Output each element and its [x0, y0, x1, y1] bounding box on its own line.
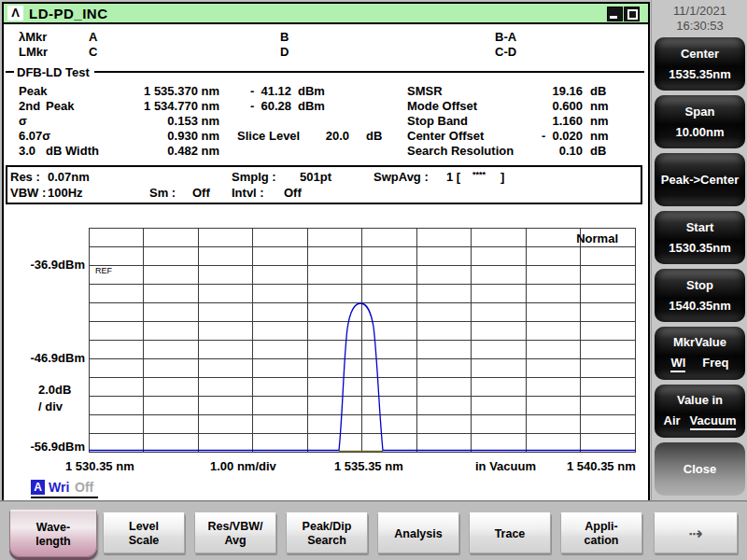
rule-line	[94, 71, 644, 73]
level-marker-label: LMkr	[19, 45, 48, 59]
result-level-unit: dBm	[298, 84, 325, 98]
function-key-bar-divider	[0, 500, 747, 503]
result-wavelength: 0.482 nm	[84, 144, 219, 158]
result-value: 0.10	[523, 144, 583, 158]
title-bar: Λ LD-PD_INC	[4, 4, 648, 24]
softkey-label: Span	[685, 105, 715, 119]
result-value: 1.160	[523, 114, 583, 128]
sampling-value: 501pt	[300, 170, 331, 184]
sweep-avg-value: 1 [	[446, 170, 460, 184]
osa-screen: Λ LD-PD_INC λMkr A B B-A LMkr C D C-D DF…	[0, 0, 747, 560]
wavelength-marker-label: λMkr	[19, 30, 47, 44]
analysis-section-title: DFB-LD Test	[17, 65, 90, 79]
slice-level-unit: dB	[366, 129, 382, 143]
result-wavelength: 0.153 nm	[84, 114, 219, 128]
y-axis-scale: 2.0dB	[38, 383, 71, 397]
interval-label: Intvl :	[232, 186, 264, 200]
result-unit: dB	[590, 84, 606, 98]
x-axis-medium: in Vacuum	[475, 459, 536, 473]
fnkey-label: length	[35, 535, 71, 548]
result-label: Stop Band	[407, 114, 468, 128]
sweep-settings-box: Res : 0.07nm Smplg : 501pt SwpAvg : 1 [ …	[6, 165, 642, 204]
date-text: 11/1/2021	[652, 4, 747, 19]
x-axis-center: 1 535.35 nm	[334, 459, 403, 473]
option-air[interactable]: Air	[664, 413, 681, 430]
marker-b-a: B-A	[495, 30, 516, 44]
result-unit: nm	[590, 129, 609, 143]
softkey-label: Peak->Center	[661, 173, 739, 187]
result-label: Search Resolution	[407, 144, 514, 158]
softkey-span[interactable]: Span 10.00nm	[655, 95, 745, 148]
y-axis-ref-level: -36.9dBm	[13, 258, 85, 272]
softkey-value-in[interactable]: Value in Air Vacuum	[655, 385, 745, 438]
softkey-close[interactable]: Close	[655, 442, 745, 496]
fnkey-wavelength[interactable]: Wave- length	[9, 510, 97, 557]
softkey-value: 1530.35nm	[669, 241, 731, 255]
y-axis-bottom-level: -56.9dBm	[13, 440, 85, 454]
softkey-stop[interactable]: Stop 1540.35nm	[655, 269, 745, 322]
softkey-peak-to-center[interactable]: Peak->Center	[655, 153, 745, 206]
fnkey-more[interactable]: ⇢	[654, 512, 738, 553]
datetime-display: 11/1/2021 16:30:53	[652, 4, 747, 34]
result-level: - 41.12	[228, 84, 291, 98]
slice-level-value: 20.0	[308, 129, 349, 143]
smooth-value: Off	[192, 186, 210, 200]
slice-level-label: Slice Level	[237, 129, 300, 143]
measurement-window: Λ LD-PD_INC λMkr A B B-A LMkr C D C-D DF…	[2, 2, 650, 502]
fnkey-label: cation	[585, 534, 619, 547]
result-wavelength: 0.930 nm	[84, 129, 219, 143]
sampling-label: Smplg :	[232, 170, 276, 184]
softkey-marker-value[interactable]: MkrValue Wl Freq	[655, 327, 745, 380]
fnkey-label: Res/VBW/	[207, 520, 262, 533]
trace-mode-label: Normal	[576, 231, 618, 245]
fnkey-label: Trace	[495, 527, 526, 540]
fnkey-peak-dip-search[interactable]: Peak/Dip Search	[286, 512, 368, 553]
result-label: σ	[19, 114, 27, 128]
fnkey-res-vbw-avg[interactable]: Res/VBW/ Avg	[194, 512, 276, 553]
maximize-icon	[627, 9, 638, 20]
res-value: 0.07nm	[48, 170, 90, 184]
result-label: Mode Offset	[407, 99, 477, 113]
softkey-center[interactable]: Center 1535.35nm	[655, 37, 745, 91]
trace-underline	[31, 497, 98, 498]
spectrum-plot: Normal REF	[89, 228, 636, 454]
maximize-button[interactable]	[624, 7, 640, 21]
softkey-label: MkrValue	[673, 335, 726, 349]
softkey-sidebar: 11/1/2021 16:30:53 Center 1535.35nm Span…	[651, 0, 747, 502]
result-wavelength: 1 535.370 nm	[84, 84, 219, 98]
x-axis-start: 1 530.35 nm	[65, 459, 134, 473]
option-wavelength[interactable]: Wl	[670, 356, 685, 372]
trace-off-state: Off	[75, 480, 93, 495]
minimize-icon	[610, 16, 617, 19]
interval-value: Off	[284, 186, 302, 200]
fnkey-label: Appli-	[585, 520, 617, 533]
trace-write-mode: Wri	[49, 480, 69, 495]
result-label: 6.07σ	[19, 129, 50, 143]
softkey-value: 10.00nm	[675, 125, 724, 139]
sweep-avg-stars: ****	[472, 168, 486, 182]
fnkey-label: Avg	[224, 534, 246, 547]
fnkey-trace[interactable]: Trace	[469, 512, 551, 553]
minimize-button[interactable]	[607, 7, 623, 21]
fnkey-label: Analysis	[394, 527, 442, 540]
softkey-start[interactable]: Start 1530.35nm	[655, 211, 745, 264]
marker-b: B	[280, 30, 289, 44]
fnkey-label: Wave-	[36, 521, 70, 534]
ref-level-label: REF	[95, 266, 113, 275]
result-value: 0.600	[523, 99, 583, 113]
option-vacuum[interactable]: Vacuum	[690, 413, 737, 430]
result-level-unit: dBm	[298, 99, 325, 113]
sweep-avg-bracket: ]	[500, 170, 504, 184]
marker-a: A	[89, 30, 97, 44]
fnkey-application[interactable]: Appli- cation	[560, 512, 642, 553]
result-label: 2nd	[19, 99, 40, 113]
sweep-avg-label: SwpAvg :	[374, 170, 429, 184]
fnkey-analysis[interactable]: Analysis	[377, 512, 459, 553]
trace-a-badge[interactable]: A	[31, 480, 45, 495]
result-label2: Peak	[46, 99, 74, 113]
result-label: Center Offset	[407, 129, 484, 143]
option-frequency[interactable]: Freq	[702, 356, 728, 372]
fnkey-level-scale[interactable]: Level Scale	[103, 512, 185, 553]
analysis-section-header: DFB-LD Test	[6, 65, 644, 78]
result-label: SMSR	[407, 84, 443, 98]
